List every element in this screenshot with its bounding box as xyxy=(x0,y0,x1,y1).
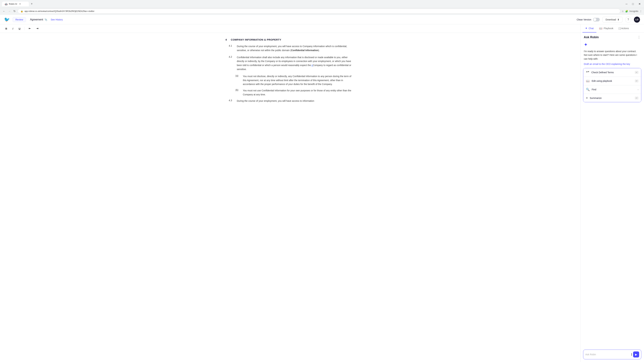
text-cursor xyxy=(632,353,632,356)
active-tab[interactable]: 🤖 Robin AI ✕ xyxy=(2,2,29,6)
action-find[interactable]: 🔍 Find › xyxy=(583,85,641,94)
robin-suggestion[interactable]: Draft an email to the CEO explaining the… xyxy=(584,63,641,65)
browser-tabs: 🤖 Robin AI ✕ + xyxy=(2,2,34,6)
action-left-edit-playbook: 📖 Edit using playbook xyxy=(586,79,612,83)
send-button[interactable]: ▶ xyxy=(633,352,639,358)
address-bar-icons: ☆ 🧩 Incognito ⋮ xyxy=(622,10,642,12)
minimize-button[interactable]: ─ xyxy=(624,2,629,6)
clause-4-2: 4.2 Confidential Information shall also … xyxy=(226,55,355,71)
window-controls: ─ □ ✕ xyxy=(624,2,642,6)
section-4-header: 4 COMPANY INFORMATION & PROPERTY xyxy=(226,38,355,41)
robin-intro: ✦ I'm ready to answer questions about yo… xyxy=(580,42,644,68)
logo[interactable]: 🐦 xyxy=(4,17,10,22)
section-title: COMPANY INFORMATION & PROPERTY xyxy=(231,38,281,41)
playbook-tab-label: Playbook xyxy=(604,27,614,30)
clause-text-4-3: During the course of your employment, yo… xyxy=(237,99,314,103)
right-panel: ✦ Chat 📖 Playbook [ ] Actions Ask Robin … xyxy=(580,24,644,362)
review-button[interactable]: Review xyxy=(12,17,26,22)
back-button[interactable]: ← xyxy=(2,9,6,13)
clause-num-4-3: 4.3 xyxy=(229,99,234,103)
action-left-summarize: ≡ Summarize xyxy=(586,96,602,100)
sub-clause-text-b: You must not use Confidential Informatio… xyxy=(243,89,355,97)
action-summarize[interactable]: ≡ Summarize ↵ xyxy=(583,94,641,102)
tab-title: Robin AI xyxy=(9,3,17,5)
check-defined-terms-label: Check Defined Terms xyxy=(591,71,614,74)
edit-playbook-icon: 📖 xyxy=(586,79,590,83)
edit-playbook-shortcut: ↵ xyxy=(635,79,638,82)
user-avatar[interactable]: LD xyxy=(634,16,640,23)
more-options-button[interactable]: ⋮ xyxy=(637,35,641,39)
find-icon: 🔍 xyxy=(586,88,590,91)
panel-content: Ask Robin ⋮ ✦ I'm ready to answer questi… xyxy=(580,32,644,348)
action-edit-using-playbook[interactable]: 📖 Edit using playbook ↵ xyxy=(583,77,641,85)
ask-robin-title: Ask Robin xyxy=(584,35,599,39)
chat-tab-icon: ✦ xyxy=(585,27,587,30)
download-label: Download xyxy=(606,18,616,21)
actions-tab-label: [ ] Actions xyxy=(619,27,629,30)
indent-left-button[interactable]: ⇤ xyxy=(27,26,32,31)
tab-close-button[interactable]: ✕ xyxy=(19,3,21,5)
italic-button[interactable]: i xyxy=(11,26,14,31)
document-title-area: Agreement 📎 xyxy=(30,18,47,21)
incognito-icon: Incognito xyxy=(630,10,638,12)
document-area[interactable]: B i U ⇤ ⇥ 4 COMPANY INFORMATION & PROPER… xyxy=(0,24,580,362)
close-button[interactable]: ✕ xyxy=(637,2,642,6)
reload-button[interactable]: ↻ xyxy=(13,9,16,13)
sub-clause-b: (b) You must not use Confidential Inform… xyxy=(226,89,355,97)
document-toolbar: B i U ⇤ ⇥ xyxy=(0,24,580,33)
menu-icon[interactable]: ⋮ xyxy=(640,10,642,12)
robin-sparkle-icon: ✦ xyxy=(584,42,588,47)
indent-right-button[interactable]: ⇥ xyxy=(35,26,40,31)
tab-icon: 🤖 xyxy=(5,3,8,5)
ask-robin-input-area: ▶ xyxy=(583,350,641,359)
clause-4-1: 4.1 During the course of your employment… xyxy=(226,44,355,52)
maximize-button[interactable]: □ xyxy=(631,2,635,6)
clause-text-4-2: Confidential Information shall also incl… xyxy=(237,55,355,71)
sub-clause-label-b: (b) xyxy=(236,89,240,97)
robin-intro-text: I'm ready to answer questions about your… xyxy=(584,49,641,61)
playbook-tab-icon: 📖 xyxy=(599,27,602,30)
underline-button[interactable]: U xyxy=(17,26,22,31)
address-bar-row: ← → ↻ 🔒 app.robinai.co.uk/review/contrac… xyxy=(0,8,644,15)
clause-num-4-2: 4.2 xyxy=(229,55,234,71)
summarize-label: Summarize xyxy=(590,97,602,99)
app-header: 🐦 Review Agreement 📎 See History Clean V… xyxy=(0,15,644,24)
new-tab-button[interactable]: + xyxy=(30,2,34,6)
main-layout: B i U ⇤ ⇥ 4 COMPANY INFORMATION & PROPER… xyxy=(0,24,644,362)
help-button[interactable]: ? xyxy=(625,16,631,23)
tab-actions[interactable]: [ ] Actions xyxy=(616,24,632,32)
browser-chrome: 🤖 Robin AI ✕ + ─ □ ✕ xyxy=(0,0,644,8)
clean-version-toggle-area: Clean Version xyxy=(577,18,600,21)
doc-title-text: Agreement xyxy=(30,18,43,21)
document-content: 4 COMPANY INFORMATION & PROPERTY 4.1 Dur… xyxy=(215,33,366,111)
help-icon: ? xyxy=(628,18,629,21)
bookmark-icon[interactable]: ☆ xyxy=(622,10,624,12)
logo-icon: 🐦 xyxy=(4,17,10,22)
sub-clause-label-a: (a) xyxy=(236,74,240,86)
bold-button[interactable]: B xyxy=(4,26,8,31)
clean-version-toggle[interactable] xyxy=(593,18,600,21)
clause-4-3: 4.3 During the course of your employment… xyxy=(226,99,355,103)
clean-version-label: Clean Version xyxy=(577,18,591,21)
send-icon: ▶ xyxy=(635,353,637,356)
forward-button[interactable]: → xyxy=(8,9,12,13)
ask-robin-input[interactable] xyxy=(585,353,630,356)
action-check-defined-terms[interactable]: ❝❞ Check Defined Terms ↵ xyxy=(583,68,641,77)
toolbar-separator xyxy=(24,27,25,30)
edit-playbook-label: Edit using playbook xyxy=(592,80,612,82)
tab-playbook[interactable]: 📖 Playbook xyxy=(596,24,616,32)
see-history-button[interactable]: See History xyxy=(51,18,63,21)
clause-num-4-1: 4.1 xyxy=(229,44,234,52)
toggle-knob xyxy=(593,18,596,21)
find-arrow: › xyxy=(638,88,638,91)
clause-text-4-1: During the course of your employment, yo… xyxy=(237,44,355,52)
chat-tab-label: Chat xyxy=(589,27,594,30)
download-button[interactable]: Download ⬇ xyxy=(602,17,622,22)
panel-tabs: ✦ Chat 📖 Playbook [ ] Actions xyxy=(580,24,644,32)
summarize-icon: ≡ xyxy=(586,96,588,100)
address-bar[interactable]: 🔒 app.robinai.co.uk/review/contract/Q29u… xyxy=(18,9,620,13)
download-icon: ⬇ xyxy=(617,18,619,21)
extensions-icon[interactable]: 🧩 xyxy=(625,10,628,12)
tab-chat[interactable]: ✦ Chat xyxy=(582,24,596,32)
action-left-find: 🔍 Find xyxy=(586,88,596,91)
